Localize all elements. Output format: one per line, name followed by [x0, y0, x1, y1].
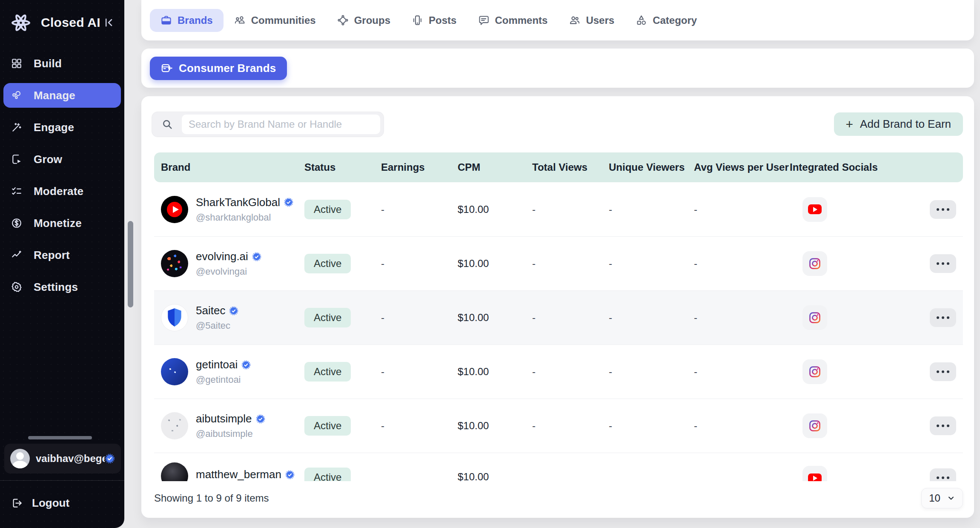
- table-row: 5aitec @5aitec Active - $10.00 - - -: [154, 290, 963, 344]
- tab-category[interactable]: Category: [625, 9, 708, 32]
- tab-comments[interactable]: Comments: [467, 9, 558, 32]
- sidebar-item-label: Report: [34, 249, 70, 262]
- logout-label: Logout: [32, 496, 69, 510]
- brand-avatar: [161, 412, 188, 439]
- instagram-icon[interactable]: [802, 413, 827, 438]
- sidebar-item-report[interactable]: Report: [3, 243, 121, 267]
- col-header-avg-views: Avg Views per User: [690, 161, 785, 173]
- tab-brands[interactable]: Brands: [150, 9, 224, 32]
- brand-name: 5aitec: [196, 304, 225, 317]
- brand-avatar: [161, 196, 188, 223]
- earnings-value: -: [377, 312, 453, 324]
- user-avatar: [10, 449, 30, 468]
- wallet-import-icon: [161, 62, 173, 74]
- sidebar-collapse-icon[interactable]: [101, 15, 116, 30]
- brands-panel: + Add Brand to Earn Brand Status Earning…: [141, 96, 974, 518]
- user-email: vaibhav@begenu...: [36, 453, 105, 465]
- brand-cell[interactable]: evolving.ai @evolvingai: [154, 250, 300, 277]
- add-brand-to-earn-button[interactable]: + Add Brand to Earn: [834, 112, 963, 136]
- brand-avatar: [161, 250, 188, 277]
- tab-communities[interactable]: Communities: [224, 9, 327, 32]
- page-size-select[interactable]: 10: [921, 488, 963, 508]
- brand-cell[interactable]: matthew_berman: [154, 453, 300, 481]
- row-actions-button[interactable]: [930, 254, 956, 273]
- search-input[interactable]: [189, 118, 373, 130]
- row-actions-button[interactable]: [930, 416, 956, 435]
- col-header-status: Status: [300, 161, 377, 173]
- instagram-icon[interactable]: [802, 359, 827, 384]
- sidebar-drag-handle[interactable]: [28, 436, 92, 439]
- brand-avatar: [161, 462, 188, 481]
- verified-icon: [284, 198, 293, 207]
- verified-icon: [285, 470, 295, 479]
- table-row: aibutsimple @aibutsimple Active - $10.00…: [154, 399, 963, 453]
- cpm-value: $10.00: [453, 312, 528, 324]
- brand-cell[interactable]: aibutsimple @aibutsimple: [154, 412, 300, 439]
- table-pagination: Showing 1 to 9 of 9 items 10: [154, 488, 963, 508]
- total-views-value: -: [528, 420, 605, 432]
- total-views-value: -: [528, 258, 605, 270]
- brand-handle: @evolvingai: [196, 266, 261, 277]
- sidebar-item-manage[interactable]: Manage: [3, 83, 121, 108]
- sidebar-item-label: Settings: [34, 281, 78, 294]
- diamond-nodes-icon: [337, 14, 349, 26]
- row-actions-button[interactable]: [930, 308, 956, 327]
- unique-viewers-value: -: [605, 312, 690, 324]
- sidebar-item-label: Build: [34, 57, 62, 70]
- sidebar-item-engage[interactable]: Engage: [3, 115, 121, 140]
- tab-users[interactable]: Users: [558, 9, 625, 32]
- tab-posts[interactable]: Posts: [401, 9, 467, 32]
- status-badge: Active: [304, 254, 351, 273]
- earnings-value: -: [377, 366, 453, 378]
- sidebar-item-grow[interactable]: Grow: [3, 147, 121, 172]
- grid-icon: [11, 58, 22, 69]
- earnings-value: -: [377, 204, 453, 215]
- sidebar-item-label: Monetize: [34, 217, 82, 230]
- add-brand-label: Add Brand to Earn: [860, 118, 951, 131]
- sidebar-item-moderate[interactable]: Moderate: [3, 179, 121, 204]
- table-row: getintoai @getintoai Active - $10.00 - -…: [154, 344, 963, 399]
- user-account-card[interactable]: vaibhav@begenu...: [4, 444, 121, 473]
- sidebar-item-build[interactable]: Build: [3, 51, 121, 76]
- tab-label: Category: [653, 14, 697, 26]
- logout-button[interactable]: Logout: [11, 496, 69, 510]
- unique-viewers-value: -: [605, 420, 690, 432]
- tab-label: Brands: [178, 14, 213, 26]
- sidebar-scrollbar[interactable]: [128, 221, 133, 307]
- consumer-brands-button[interactable]: Consumer Brands: [150, 57, 287, 80]
- search-field-surface: [182, 115, 380, 134]
- total-views-value: -: [528, 204, 605, 215]
- brand-handle: @sharktankglobal: [196, 212, 293, 223]
- consumer-brands-label: Consumer Brands: [179, 62, 276, 75]
- app-title: Closed AI: [41, 15, 101, 30]
- logout-icon: [11, 497, 23, 509]
- tab-groups[interactable]: Groups: [327, 9, 401, 32]
- brand-cell[interactable]: SharkTankGlobal @sharktankglobal: [154, 196, 300, 223]
- row-actions-button[interactable]: [930, 362, 956, 381]
- sidebar-item-settings[interactable]: Settings: [3, 275, 121, 299]
- brand-cell[interactable]: 5aitec @5aitec: [154, 304, 300, 331]
- unique-viewers-value: -: [605, 366, 690, 378]
- status-badge: Active: [304, 416, 351, 436]
- youtube-icon[interactable]: [802, 197, 827, 222]
- sidebar-item-monetize[interactable]: Monetize: [3, 211, 121, 235]
- status-badge: Active: [304, 362, 351, 382]
- brand-name: SharkTankGlobal: [196, 196, 280, 209]
- verified-icon: [229, 306, 238, 316]
- brand-name: aibutsimple: [196, 412, 252, 425]
- instagram-icon[interactable]: [802, 305, 827, 330]
- brand-name: evolving.ai: [196, 250, 248, 263]
- row-actions-button[interactable]: [930, 200, 956, 219]
- instagram-icon[interactable]: [802, 251, 827, 276]
- verified-icon: [241, 360, 251, 370]
- chevron-down-icon: [947, 494, 955, 502]
- plus-icon: +: [846, 118, 854, 131]
- status-badge: Active: [304, 308, 351, 327]
- tab-label: Groups: [354, 14, 390, 26]
- youtube-icon[interactable]: [802, 466, 827, 481]
- brand-handle: @getintoai: [196, 374, 251, 385]
- closed-ai-logo-icon: [8, 9, 34, 36]
- brand-cell[interactable]: getintoai @getintoai: [154, 358, 300, 385]
- row-actions-button[interactable]: [930, 468, 956, 481]
- cpm-value: $10.00: [453, 453, 528, 481]
